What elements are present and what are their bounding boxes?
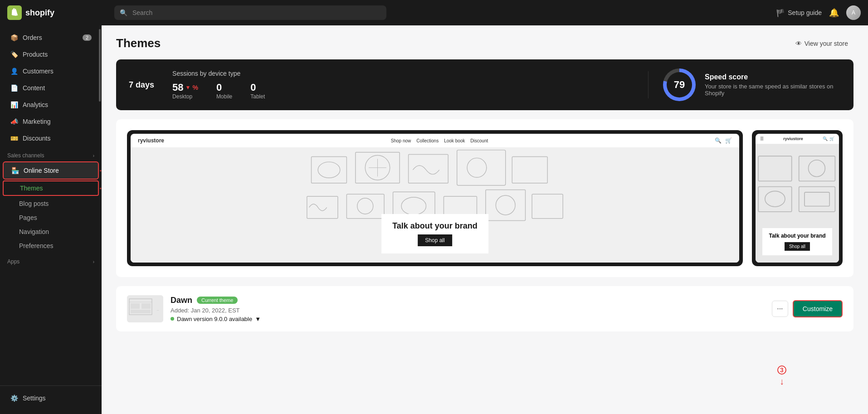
layout: 📦 Orders 2 🏷️ Products 👤 Customers 📄 Con… (0, 25, 868, 414)
sidebar-item-settings[interactable]: ⚙️ Settings (3, 390, 99, 406)
main-content: Themes 👁 View your store 7 days Sessions… (102, 25, 868, 414)
sidebar-item-orders[interactable]: 📦 Orders 2 (3, 29, 99, 46)
sidebar-label-customers: Customers (23, 68, 54, 75)
mobile-value: 0 (216, 82, 232, 93)
mobile-store-name: ryviustore (783, 136, 803, 141)
page-title: Themes (116, 36, 161, 50)
sidebar-item-products[interactable]: 🏷️ Products (3, 46, 99, 63)
sidebar-scrollbar (99, 29, 101, 102)
view-store-label: View your store (805, 40, 848, 47)
preview-overlay: Talk about your brand Shop all (381, 214, 488, 253)
theme-preview-section: ryviustore Shop now Collections Look boo… (116, 119, 853, 277)
customize-button[interactable]: Customize (793, 300, 843, 317)
speed-score-circle: 79 (663, 68, 696, 101)
theme-added: Added: Jan 20, 2022, EST (171, 307, 765, 314)
notifications-bell-icon[interactable]: 🔔 (829, 8, 839, 18)
theme-name-row: Dawn Current theme (171, 296, 765, 305)
svg-text:S: S (14, 11, 16, 15)
sidebar-label-pages: Pages (19, 214, 37, 221)
apps-chevron-icon: › (93, 259, 94, 264)
sidebar-label-navigation: Navigation (19, 228, 49, 235)
shopify-logo-text: shopify (25, 8, 54, 18)
sidebar-label-discounts: Discounts (23, 135, 50, 142)
svg-rect-32 (131, 303, 140, 309)
settings-icon: ⚙️ (10, 394, 18, 402)
sidebar-item-content[interactable]: 📄 Content (3, 80, 99, 96)
svg-point-14 (357, 198, 373, 214)
sidebar-label-online-store: Online Store (24, 167, 59, 174)
logo-area: S shopify (7, 5, 107, 20)
apps-section: Apps › (0, 253, 102, 267)
svg-point-3 (318, 162, 340, 178)
sidebar-item-customers[interactable]: 👤 Customers (3, 63, 99, 79)
view-store-button[interactable]: 👁 View your store (790, 37, 853, 50)
sidebar-item-analytics[interactable]: 📊 Analytics (3, 97, 99, 113)
setup-guide-label: Setup guide (788, 9, 822, 16)
svg-rect-20 (532, 194, 563, 219)
customers-icon: 👤 (10, 67, 18, 75)
stats-period: 7 days (129, 80, 154, 90)
stats-bar: 7 days Sessions by device type 58 ▼ % De… (116, 59, 853, 110)
svg-rect-2 (312, 156, 347, 183)
mobile-content: Talk about your brand Shop all (756, 144, 839, 263)
mobile-label: Mobile (216, 93, 232, 100)
sidebar-sub-item-preferences[interactable]: Preferences (3, 239, 99, 253)
theme-details: Dawn Current theme Added: Jan 20, 2022, … (171, 296, 765, 322)
svg-rect-18 (486, 190, 526, 220)
preview-nav: Shop now Collections Look book Discount (391, 138, 488, 143)
orders-badge: 2 (83, 34, 92, 41)
sidebar-sub-item-themes[interactable]: Themes (3, 180, 99, 196)
user-avatar[interactable]: A (846, 5, 861, 20)
mobile-cart-icon: 🛒 (829, 136, 834, 141)
svg-rect-12 (307, 196, 338, 219)
more-options-button[interactable]: ··· (772, 301, 788, 317)
marketing-icon: 📣 (10, 117, 18, 126)
search-icon: 🔍 (120, 9, 127, 16)
svg-rect-21 (758, 156, 792, 181)
preview-content: Talk about your brand Shop all (131, 148, 739, 263)
chevron-right-icon: › (93, 153, 94, 158)
customize-wrapper: Customize (793, 300, 843, 317)
svg-rect-13 (346, 194, 384, 219)
desktop-percent: % (192, 84, 198, 91)
desktop-stat: 58 ▼ % Desktop (172, 82, 198, 100)
svg-rect-8 (409, 155, 449, 183)
speed-score-section: 79 Speed score Your store is the same sp… (663, 68, 841, 101)
header-actions: 🏴 Setup guide 🔔 A (776, 5, 861, 20)
svg-rect-11 (512, 156, 547, 183)
nav-collections: Collections (416, 138, 439, 143)
page-header: Themes 👁 View your store (116, 36, 853, 50)
desktop-preview-inner: ryviustore Shop now Collections Look boo… (131, 134, 739, 263)
sidebar-item-marketing[interactable]: 📣 Marketing (3, 113, 99, 130)
desktop-value: 58 ▼ % (172, 82, 198, 93)
analytics-icon: 📊 (10, 101, 18, 109)
mobile-stat: 0 Mobile (216, 82, 232, 100)
sidebar-settings-section: ⚙️ Settings (0, 385, 102, 414)
search-input[interactable] (114, 5, 386, 20)
apps-label: Apps (7, 258, 20, 265)
sidebar-item-discounts[interactable]: 🎫 Discounts (3, 130, 99, 146)
brand-text: Talk about your brand (392, 221, 478, 231)
svg-point-26 (765, 191, 785, 207)
sidebar-item-online-store[interactable]: 🏪 Online Store (3, 161, 99, 180)
stats-divider (648, 71, 649, 98)
setup-guide-button[interactable]: 🏴 Setup guide (776, 9, 822, 17)
theme-info-bar: ··· Dawn Current theme Added: Jan 20, 20… (116, 286, 853, 331)
desktop-label: Desktop (172, 93, 198, 100)
mobile-topbar: ☰ ryviustore 🔍 🛒 (756, 134, 839, 144)
search-bar[interactable]: 🔍 (114, 5, 386, 20)
sidebar-label-settings: Settings (23, 395, 46, 402)
tablet-label: Tablet (250, 93, 265, 100)
sales-channels-label: Sales channels (7, 152, 44, 159)
sidebar-sub-item-pages[interactable]: Pages (3, 211, 99, 224)
speed-info: Speed score Your store is the same speed… (705, 73, 841, 97)
svg-point-16 (401, 197, 426, 215)
sidebar-sub-item-blog-posts[interactable]: Blog posts (3, 197, 99, 210)
sidebar-label-blog-posts: Blog posts (19, 200, 49, 207)
store-name-label: ryviustore (138, 137, 164, 144)
sidebar-sub-item-navigation[interactable]: Navigation (3, 225, 99, 239)
shop-all-button[interactable]: Shop all (418, 234, 452, 246)
theme-version: Dawn version 9.0.0 available ▼ (171, 316, 765, 322)
discounts-icon: 🎫 (10, 134, 18, 142)
theme-actions: ··· Customize (772, 300, 843, 317)
